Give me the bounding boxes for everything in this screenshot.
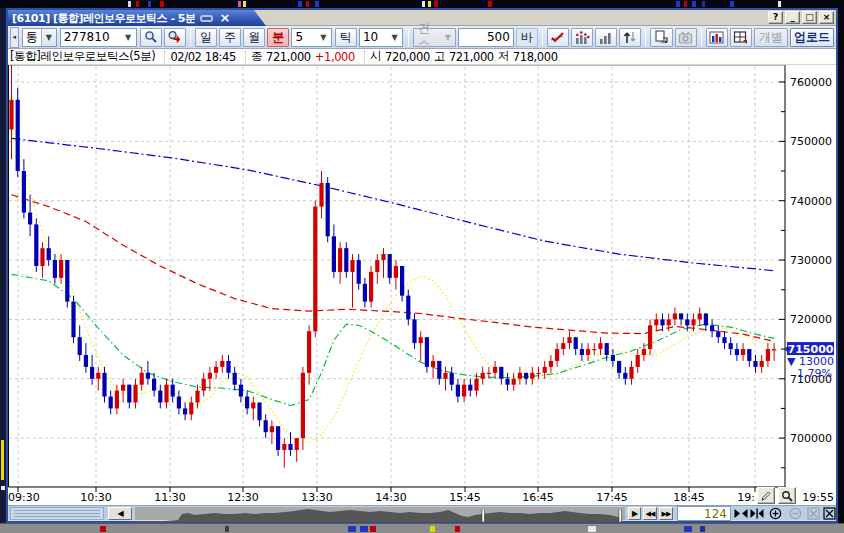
y-tick-label: 750000 (790, 135, 832, 148)
scrollbar-grip[interactable] (10, 507, 104, 520)
boxed-x-icon (823, 507, 836, 520)
candle-body (164, 385, 168, 403)
candle-body (47, 248, 51, 260)
sort-button[interactable] (619, 28, 641, 47)
compress-range-button[interactable] (749, 506, 765, 521)
candle-body (722, 337, 726, 343)
candle-body (96, 373, 100, 379)
candle-body (375, 260, 379, 272)
candle-body (679, 313, 683, 319)
candle-body (90, 367, 94, 379)
draw-tool-button[interactable] (757, 487, 775, 504)
candlestick-chart[interactable]: 7600007500007400007300007200007100007000… (8, 65, 836, 505)
volume-bars-icon (599, 31, 614, 44)
background-artifact (160, 1, 164, 7)
candle-body (65, 260, 69, 302)
upload-button[interactable]: 업로드 (790, 28, 834, 47)
trend-check-button[interactable] (547, 28, 569, 47)
chart-info-bar: [통합]레인보우로보틱스(5분) 02/02 18:45 종 721,000 +… (8, 49, 836, 65)
candle-body (115, 391, 119, 409)
bar-count-input[interactable] (458, 28, 514, 47)
candle-body (524, 373, 528, 379)
volume-chart-button[interactable] (595, 28, 617, 47)
page-forward-button[interactable]: ▶▶ (659, 507, 673, 520)
chevron-down-icon[interactable]: ▼ (121, 29, 136, 46)
candle-body (617, 361, 621, 373)
series-type-select[interactable]: 통 ▼ (22, 28, 57, 47)
minimap-range-handle[interactable] (482, 509, 484, 522)
grid-layout-icon (733, 31, 748, 44)
background-artifact (225, 526, 229, 532)
candle-body (691, 319, 695, 325)
expand-range-button[interactable] (733, 506, 749, 521)
window-title-tab[interactable]: [6101] [통합]레인보우로보틱스 - 5분 × (8, 10, 266, 26)
zoom-out-button (787, 506, 803, 521)
help-button[interactable]: ? (768, 11, 783, 24)
candle-body (772, 349, 776, 350)
tab-close-icon[interactable]: × (219, 13, 229, 23)
zoom-tool-button[interactable] (778, 487, 796, 504)
candle-body (338, 248, 342, 272)
tick-button[interactable]: 틱 (335, 28, 357, 47)
period-month-button[interactable]: 월 (243, 28, 265, 47)
separator (190, 29, 191, 46)
chart-canvas[interactable]: 7600007500007400007300007200007100007000… (8, 65, 836, 505)
separator (164, 51, 165, 63)
stock-search-button[interactable] (140, 28, 162, 47)
link-icon (200, 15, 213, 22)
x-tick-label: 18:45 (673, 491, 705, 504)
search-recent-button[interactable] (164, 28, 186, 47)
minimize-button[interactable]: _ (785, 11, 800, 24)
ma-line-mid-green (12, 274, 775, 405)
candle-body (84, 355, 88, 367)
page-back-button[interactable]: ◀◀ (643, 507, 657, 520)
maximize-button[interactable]: □ (802, 11, 817, 24)
background-artifact (128, 1, 131, 7)
background-artifact (360, 526, 368, 532)
toolbar-scroll-left-button[interactable]: ◂ (10, 27, 19, 48)
separator (542, 29, 543, 46)
toolbar: ◂ 통 ▼ 277810 ▼ (8, 26, 836, 49)
candle-body (102, 373, 106, 397)
minimap-range-handle[interactable] (619, 509, 621, 522)
chevron-down-icon[interactable]: ▼ (316, 29, 331, 46)
compare-chart-button[interactable] (706, 28, 728, 47)
period-day-button[interactable]: 일 (195, 28, 217, 47)
candle-body (766, 349, 770, 361)
candle-body (729, 343, 733, 349)
close-panel-button[interactable] (821, 506, 837, 521)
zoom-in-button[interactable] (767, 506, 783, 521)
candle-body (450, 373, 454, 385)
candle-body (623, 373, 627, 379)
volume-signal-button[interactable] (571, 28, 593, 47)
candle-body (369, 272, 373, 302)
x-tick-label: 17:45 (596, 491, 628, 504)
candle-body (78, 337, 82, 355)
compare-chart-icon (709, 31, 724, 44)
background-artifact (100, 526, 106, 532)
copy-chart-button[interactable] (650, 28, 672, 47)
period-week-button[interactable]: 주 (219, 28, 241, 47)
candle-body (34, 224, 38, 266)
scroll-prev-button[interactable]: ◀ (108, 507, 132, 520)
close-button[interactable]: × (819, 11, 834, 24)
minute-interval-select[interactable]: 5 ▼ (291, 28, 331, 47)
y-tick-label: 760000 (790, 76, 832, 89)
separator (245, 51, 246, 63)
tick-interval-select[interactable]: 10 ▼ (359, 28, 403, 47)
search-icon (144, 30, 158, 44)
chevron-down-icon[interactable]: ▼ (41, 29, 56, 46)
candle-body (28, 213, 32, 225)
bar-page-input[interactable] (677, 506, 731, 521)
scroll-next-button[interactable]: ▶ (628, 507, 641, 520)
stock-code-select[interactable]: 277810 ▼ (60, 28, 137, 47)
candle-body (574, 337, 578, 349)
volume-minimap[interactable] (135, 507, 625, 520)
chevron-down-icon[interactable]: ▼ (387, 29, 402, 46)
candle-body (567, 337, 571, 343)
stock-code-value: 277810 (61, 30, 121, 44)
compress-horizontal-icon (750, 508, 764, 519)
candle-body (580, 349, 584, 355)
grid-layout-button[interactable] (730, 28, 752, 47)
period-minute-button[interactable]: 분 (267, 28, 289, 47)
